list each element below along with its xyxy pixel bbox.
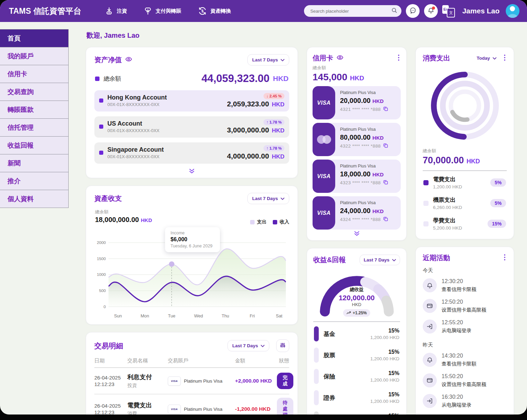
activity-item: 12:30:20查看信用卡限额 (423, 275, 507, 296)
percent-badge: 15% (488, 220, 506, 228)
credit-card-item[interactable]: VISA Platinum Pius Visa 18,000.00 HKD 43… (313, 160, 401, 193)
svg-text:500: 500 (99, 288, 106, 293)
copy-icon[interactable] (383, 143, 388, 149)
search-bar (304, 5, 401, 17)
returns-period-dropdown[interactable]: Last 7 Days (360, 255, 400, 265)
activity-card: 近期活動 今天 12:30:20查看信用卡限额 12:50:20设置信用卡最高限… (415, 247, 514, 415)
chat-icon (409, 7, 417, 15)
activity-section-yesterday: 昨天 (423, 342, 507, 348)
sidebar-item-home[interactable]: 首頁 (0, 30, 69, 47)
svg-text:Wed: Wed (194, 313, 203, 318)
status-badge: 待處理 (277, 398, 293, 415)
svg-text:Thu: Thu (222, 313, 229, 318)
credit-card-item[interactable]: VISA Platinum Pius Visa 20,000.00 HKD 43… (313, 86, 401, 119)
avatar[interactable] (506, 4, 519, 18)
user-name: James Lao (462, 7, 500, 15)
svg-text:2000: 2000 (97, 240, 106, 245)
transactions-title: 交易明細 (94, 341, 123, 351)
category-swatch (314, 348, 319, 363)
total-balance-value: 44,059,323.00 (201, 72, 269, 85)
top-nav: 注資 支付與轉賬 $ 資產轉換 (105, 6, 231, 16)
account-row-singapore[interactable]: Singapore Account 00X-01X-8XXXXXXX-0XX ↑… (94, 142, 289, 164)
chart-tooltip: Income $6,000 Tuesday, 6 June 2029 (165, 227, 220, 252)
sidebar-item-profile[interactable]: 個人資料 (0, 190, 69, 208)
sidebar-item-trust-management[interactable]: 信托管理 (0, 119, 69, 137)
gauge-value: 120,000.00 (314, 294, 400, 302)
sidebar-item-returns[interactable]: 收益回報 (0, 137, 69, 154)
percent-badge: 5% (490, 199, 506, 207)
arrow-up-icon: ↑ (266, 120, 268, 124)
account-row-hong-kong[interactable]: Hong Kong Account 00X-01X-8XXXXXXX-0XX ↓… (94, 90, 289, 112)
spending-period-dropdown[interactable]: Today (476, 54, 497, 63)
returns-item: 股票 15%1,200.00 HKD (313, 345, 400, 366)
table-header: 日期 交易名稱 交易賬戶 金額 狀態 (94, 358, 289, 368)
account-row-us[interactable]: US Account 00X-01X-8XXXXXXX-0XX ↑1.78 % … (94, 116, 289, 138)
category-swatch (314, 326, 319, 341)
cashflow-period-dropdown[interactable]: Last 7 Days (247, 193, 289, 204)
kebab-menu-icon[interactable] (397, 54, 401, 63)
transactions-period-dropdown[interactable]: Last 7 Days (227, 340, 269, 351)
bullet-square (99, 98, 103, 103)
gauge-label: 總收益 (314, 287, 400, 293)
activity-item: 15:50:20设置信用卡最高限额 (423, 370, 507, 391)
eye-icon[interactable] (337, 55, 343, 61)
sidebar-item-credit-cards[interactable]: 信用卡 (0, 65, 69, 83)
sidebar-item-my-accounts[interactable]: 我的賬戶 (0, 47, 69, 65)
credit-card-item[interactable]: Platinum Pius Visa 80,000.00 HKD 4322 **… (313, 123, 401, 156)
activity-item: 12:50:20设置信用卡最高限额 (423, 296, 507, 316)
bullet-square (99, 151, 103, 155)
search-icon[interactable] (391, 8, 397, 15)
copy-icon[interactable] (383, 106, 388, 112)
net-worth-period-dropdown[interactable]: Last 7 Days (247, 54, 289, 66)
svg-text:1500: 1500 (97, 256, 106, 261)
net-worth-card: 资产净值 Last 7 Days 總余額 44,059,323.00 HKD (86, 47, 298, 178)
arrow-up-icon: ↑ (266, 146, 268, 150)
spending-total-value: 70,000.00 HKD (423, 155, 507, 166)
sidebar-item-transfers[interactable]: 轉賬匯款 (0, 101, 69, 119)
language-toggle[interactable]: En 文 (442, 5, 456, 17)
sidebar-item-transactions[interactable]: 交易查詢 (0, 83, 69, 101)
percent-badge: 5% (490, 178, 506, 187)
nav-payments-transfers[interactable]: 支付與轉賬 (143, 6, 181, 16)
chevron-down-icon (281, 57, 284, 62)
expand-accounts-button[interactable] (94, 168, 289, 174)
nav-deposit[interactable]: 注資 (105, 6, 127, 16)
returns-item: 國債 15%1,200.00 HKD (313, 408, 400, 415)
nav-asset-conversion[interactable]: $ 資產轉換 (198, 6, 231, 16)
chat-button[interactable] (406, 4, 420, 18)
spending-item: 學費支出5,200.00 HKD 15% (423, 213, 507, 234)
table-row: 26-04-202512:12:23 利息支付投資 VISAPlatinum P… (94, 368, 289, 394)
credit-card-item[interactable]: VISA Platinum Pius Visa 24,000.00 HKD 43… (313, 196, 401, 230)
returns-title: 收益&回報 (313, 255, 346, 265)
transactions-card: 交易明細 Last 7 Days 日期 交易名稱 (86, 332, 298, 415)
kebab-menu-icon[interactable] (503, 54, 507, 63)
cashflow-chart: 0500100015002000SunMonTueWedThuFriSat In… (94, 226, 289, 321)
svg-text:Sat: Sat (276, 313, 283, 318)
sidebar: 首頁 我的賬戶 信用卡 交易查詢 轉賬匯款 信托管理 收益回報 新聞 推介 個人… (0, 29, 69, 415)
eye-icon[interactable] (125, 57, 132, 63)
filter-icon (280, 342, 285, 349)
svg-text:1000: 1000 (97, 272, 106, 277)
visa-logo: VISA (313, 86, 335, 119)
sidebar-item-news[interactable]: 新聞 (0, 154, 69, 172)
welcome-heading: 歡迎, James Lao (86, 31, 517, 40)
copy-icon[interactable] (383, 180, 388, 186)
spending-item: 電費支出1,200.00 HKD 5% (423, 172, 507, 193)
kebab-menu-icon[interactable] (503, 254, 507, 262)
svg-text:Mon: Mon (141, 313, 149, 318)
notification-badge (432, 7, 435, 10)
bullet-square (95, 77, 99, 81)
expand-cards-button[interactable] (313, 231, 401, 236)
category-swatch (314, 369, 319, 384)
transactions-filter-button[interactable] (276, 339, 289, 352)
notifications-button[interactable] (424, 4, 438, 18)
returns-item: 證券 15%1,200.00 HKD (313, 387, 400, 408)
copy-icon[interactable] (383, 217, 388, 222)
bell-icon (423, 353, 437, 367)
currency-label: HKD (273, 74, 289, 83)
search-input[interactable] (309, 8, 391, 14)
cc-total-value: 145,000 HKD (313, 72, 401, 83)
returns-item: 基金 15%1,200.00 HKD (313, 323, 400, 345)
sidebar-item-recommendations[interactable]: 推介 (0, 172, 69, 190)
visa-logo: VISA (313, 196, 335, 230)
